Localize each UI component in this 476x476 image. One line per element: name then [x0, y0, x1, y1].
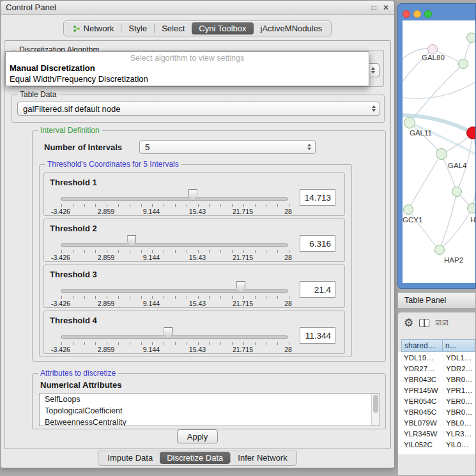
tab-impute-data[interactable]: Impute Data: [100, 452, 160, 464]
network-node[interactable]: [434, 245, 445, 255]
network-node[interactable]: [452, 187, 462, 197]
threshold-value-field[interactable]: 21.4: [300, 281, 335, 298]
tick-label: 28: [284, 254, 292, 261]
table-row[interactable]: YBL079WYBL0…: [401, 417, 475, 428]
threshold-row: Threshold 1 -3.426 2.859 9.144 15.43 21.…: [43, 173, 345, 216]
cell: YDL1…: [443, 354, 474, 362]
threshold-row: Threshold 2 -3.426 2.859 9.144 15.43 21.…: [43, 219, 345, 262]
table-row[interactable]: YDR27…YDR2…: [401, 363, 475, 374]
threshold-slider[interactable]: [61, 243, 288, 247]
tick-label: 9.144: [143, 208, 160, 215]
tick-label: 21.715: [233, 300, 253, 307]
network-node[interactable]: [436, 148, 447, 160]
slider-handle[interactable]: [127, 235, 136, 247]
slider-ticks: [61, 250, 289, 253]
cell: YDR27…: [401, 365, 443, 372]
tab-infer-network[interactable]: Infer Network: [231, 452, 294, 464]
popup-option-equal-width-frequency[interactable]: Equal Width/Frequency Discretization: [6, 73, 369, 84]
threshold-value-field[interactable]: 11.344: [300, 327, 335, 344]
tab-label: jActiveMNodules: [261, 24, 323, 33]
table-row[interactable]: YIL052CYIL0…: [401, 439, 475, 450]
threshold-slider[interactable]: [61, 289, 288, 293]
gear-icon[interactable]: ⚙: [404, 318, 413, 328]
tick-label: 28: [284, 208, 292, 215]
column-header[interactable]: n…: [443, 339, 475, 352]
apply-button[interactable]: Apply: [177, 429, 218, 443]
tab-cyni-toolbox[interactable]: Cyni Toolbox: [192, 22, 253, 35]
table-row[interactable]: YBR043CYBR0…: [401, 374, 475, 385]
network-node[interactable]: [467, 203, 475, 213]
cell: YER054C: [401, 397, 443, 405]
slider-handle[interactable]: [188, 189, 197, 201]
close-icon[interactable]: ✕: [383, 3, 389, 12]
minimize-traffic-light-icon[interactable]: [413, 10, 421, 18]
table-row[interactable]: YLR345WYLR3…: [401, 428, 475, 439]
tick-label: 15.43: [189, 254, 206, 261]
cell: YBL0…: [443, 419, 474, 427]
tab-select[interactable]: Select: [155, 22, 192, 35]
tab-label: Network: [84, 24, 114, 33]
popup-option-manual-discretization[interactable]: Manual Discretization: [6, 63, 369, 73]
tick-label: 15.43: [189, 300, 206, 307]
tab-discretize-data[interactable]: Discretize Data: [160, 452, 230, 464]
columns-icon[interactable]: [419, 319, 429, 327]
network-node[interactable]: [458, 59, 468, 69]
list-scrollbar[interactable]: [371, 394, 380, 426]
threshold-value-field[interactable]: 6.316: [300, 235, 335, 252]
tab-jactivemodules[interactable]: jActiveMNodules: [254, 22, 330, 35]
slider-ticks: [61, 342, 289, 345]
minimize-icon[interactable]: □: [372, 3, 376, 12]
tab-label: Discretize Data: [167, 453, 223, 463]
threshold-slider[interactable]: [61, 197, 288, 201]
network-node-selected[interactable]: [466, 127, 475, 139]
slider-ticks: [61, 204, 289, 207]
node-label: GCY1: [403, 216, 422, 224]
table-data-combobox[interactable]: galFiltered.sif default node: [17, 102, 380, 116]
list-item[interactable]: BetweennessCentrality: [40, 417, 380, 426]
table-panel-header[interactable]: Table Panel: [397, 292, 476, 309]
tick-label: 28: [284, 346, 292, 353]
slider-handle[interactable]: [164, 327, 173, 339]
table-toolbar: ⚙ ☑☑: [398, 312, 475, 333]
list-item[interactable]: SelfLoops: [40, 394, 380, 405]
control-panel-titlebar[interactable]: Control Panel □ ✕: [1, 1, 394, 15]
threshold-slider[interactable]: [61, 335, 288, 339]
num-intervals-combobox[interactable]: 5: [139, 140, 316, 154]
network-node[interactable]: [404, 117, 415, 128]
cell: YLR345W: [401, 430, 443, 438]
table-row[interactable]: YPR145WYPR1…: [401, 385, 475, 395]
tab-style[interactable]: Style: [121, 22, 154, 35]
node-label: H: [470, 216, 475, 224]
tick-label: 2.859: [98, 254, 114, 261]
tick-label: 21.715: [233, 346, 253, 353]
table-row[interactable]: YER054CYER0…: [401, 395, 475, 406]
select-columns-checkboxes-icon[interactable]: ☑☑: [435, 319, 449, 327]
list-item[interactable]: TopologicalCoefficient: [40, 405, 380, 417]
column-header[interactable]: shared…: [401, 339, 443, 352]
attributes-group: Attributes to discretize Numerical Attri…: [32, 373, 386, 429]
threshold-value-field[interactable]: 14.713: [300, 189, 335, 206]
tick-label: 9.144: [143, 300, 160, 307]
group-title: Attributes to discretize: [38, 369, 118, 378]
table-body: YDL19…YDL1… YDR27…YDR2… YBR043CYBR0… YPR…: [398, 352, 475, 454]
network-icon: [73, 25, 81, 33]
tab-network[interactable]: Network: [66, 22, 121, 35]
table-row[interactable]: YBR045CYBR0…: [401, 406, 475, 417]
network-canvas[interactable]: GAL80 GAL11 GAL4 GCY1 HAP2 H: [403, 20, 475, 283]
tick-label: 9.144: [143, 346, 160, 353]
tick-label: 9.144: [143, 254, 160, 261]
network-node[interactable]: [427, 44, 438, 54]
slider-handle[interactable]: [236, 281, 245, 293]
close-traffic-light-icon[interactable]: [403, 10, 410, 18]
network-node[interactable]: [466, 33, 475, 43]
threshold-row: Threshold 3 -3.426 2.859 9.144 15.43 21.…: [43, 265, 345, 308]
scrollbar-thumb[interactable]: [373, 395, 378, 413]
tab-label: Cyni Toolbox: [199, 24, 246, 33]
zoom-traffic-light-icon[interactable]: [424, 10, 432, 18]
table-row[interactable]: YDL19…YDL1…: [401, 352, 475, 363]
threshold-label: Threshold 4: [50, 316, 97, 325]
tick-label: -3.426: [51, 254, 70, 261]
tab-label: Impute Data: [107, 453, 153, 463]
network-node[interactable]: [403, 204, 413, 215]
tick-label: 2.859: [98, 300, 114, 307]
